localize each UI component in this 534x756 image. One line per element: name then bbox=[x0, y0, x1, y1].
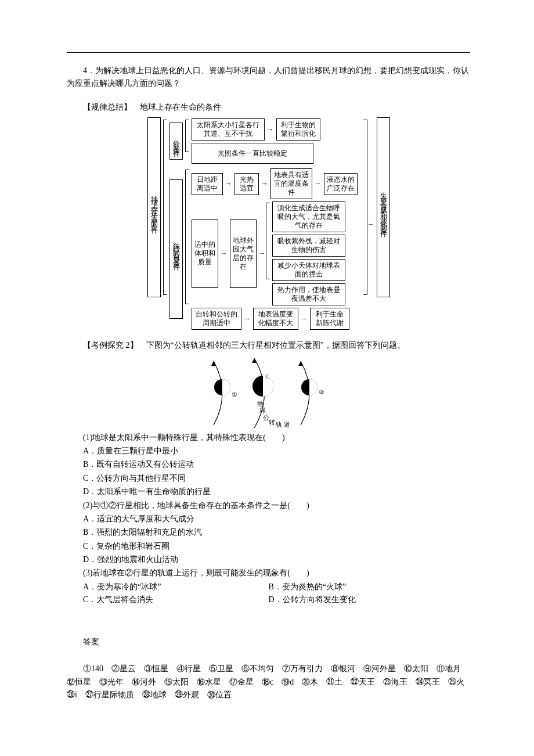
diagram-s1c: 地表具有适宜的温度条件 bbox=[270, 168, 312, 199]
q1-A: A．质量在三颗行星中最小 bbox=[67, 445, 470, 458]
arrow-icon: → bbox=[259, 249, 266, 258]
diagram-s3b: 地表温度变化幅度不大 bbox=[253, 308, 298, 330]
q3-stem: (3)若地球在②行星的轨道上运行，则最可能发生的现象有( ) bbox=[67, 567, 470, 579]
q1-stem: (1)地球是太阳系中一颗特殊行星，其特殊性表现在( ) bbox=[67, 431, 470, 444]
arrow-icon: → bbox=[367, 220, 374, 229]
arrow-icon: → bbox=[315, 179, 322, 188]
planet-figure: ① ☾ ② 地 球 公 转 轨 道 bbox=[67, 358, 470, 428]
diagram-ext2: 光照条件一直比较稳定 bbox=[192, 143, 313, 164]
diagram-s2a: 适中的体积和质量 bbox=[192, 219, 218, 288]
diagram-right: 生命发育成长和演化的条件 bbox=[379, 186, 388, 228]
q2-A: A．适宜的大气厚度和大气成分 bbox=[67, 513, 470, 525]
conditions-diagram: 地球上存在生命的条件 外部条件 太阳系大小行星各行其道、互不干扰 → 利于生物的… bbox=[67, 117, 470, 331]
fig-earth-label: 地 bbox=[257, 400, 264, 407]
rule-summary-heading: 【规律总结】 地球上存在生命的条件 bbox=[67, 101, 470, 114]
svg-text:☾: ☾ bbox=[265, 373, 271, 380]
arrow-icon: → bbox=[225, 179, 232, 188]
diagram-s1d: 液态水的广泛存在 bbox=[324, 173, 358, 195]
fig-label-2: ② bbox=[319, 388, 324, 395]
diagram-ext1r: 利于生物的繁衍和演化 bbox=[276, 118, 320, 141]
diagram-s2c3: 减少小天体对地球表面的撞击 bbox=[272, 259, 345, 281]
diagram-s2c1: 演化生成适合生物呼吸的大气，尤其是氧气的存在 bbox=[272, 201, 345, 232]
diagram-s2c4: 热力作用，使地表昼夜温差不大 bbox=[272, 283, 345, 305]
q2-C: C．复杂的地形和岩石圈 bbox=[67, 540, 470, 553]
q3-B: B．变为炎热的“火球” bbox=[269, 581, 471, 593]
diagram-s3c: 利于生命新陈代谢 bbox=[310, 308, 349, 330]
document-page: 4．为解决地球上日益恶化的人口、资源与环境问题，人们曾提出移民月球的幻想，要把幻… bbox=[0, 0, 534, 756]
q3-A: A．变为寒冷的“冰球” bbox=[67, 581, 269, 593]
diagram-s1a: 日地距离适中 bbox=[192, 173, 223, 195]
svg-text:转: 转 bbox=[269, 419, 275, 426]
q1-D: D．太阳系中唯一有生命物质的行星 bbox=[67, 485, 470, 498]
q3-D: D．公转方向将发生变化 bbox=[269, 593, 471, 606]
answers-line1: ①140 ②星云 ③恒星 ④行星 ⑤卫星 ⑥不均匀 ⑦万有引力 ⑧银河 ⑨河外星… bbox=[67, 663, 470, 701]
svg-marker-0 bbox=[211, 361, 216, 366]
q3-row1: A．变为寒冷的“冰球” B．变为炎热的“火球” bbox=[67, 581, 470, 593]
q2-B: B．强烈的太阳辐射和充足的水汽 bbox=[67, 526, 470, 539]
q4-label: 4． bbox=[83, 66, 95, 75]
arrow-icon: → bbox=[301, 315, 308, 323]
diagram-external-label: 外部条件 bbox=[172, 134, 181, 148]
rule-summary-label: 【规律总结】 bbox=[83, 103, 132, 111]
q3-C: C．大气层将会消失 bbox=[67, 593, 269, 606]
svg-text:道: 道 bbox=[284, 421, 290, 428]
svg-marker-2 bbox=[298, 361, 303, 366]
arrow-icon: → bbox=[244, 315, 251, 323]
rule-summary-title: 地球上存在生命的条件 bbox=[140, 103, 221, 111]
svg-text:球: 球 bbox=[259, 407, 266, 414]
answers-section: 答案 ①140 ②星云 ③恒星 ④行星 ⑤卫星 ⑥不均匀 ⑦万有引力 ⑧银河 ⑨… bbox=[67, 636, 470, 702]
diagram-s3a: 自转和公转的周期适中 bbox=[192, 308, 241, 330]
question-4: 4．为解决地球上日益恶化的人口、资源与环境问题，人们曾提出移民月球的幻想，要把幻… bbox=[67, 64, 470, 91]
arrow-icon: → bbox=[267, 125, 274, 134]
diagram-s1b: 光热适宜 bbox=[234, 173, 259, 195]
q2-stem: (2)与①②行星相比，地球具备生命存在的基本条件之一是( ) bbox=[67, 499, 470, 512]
arrow-icon: → bbox=[221, 249, 228, 258]
answers-title: 答案 bbox=[67, 636, 470, 649]
example-2-label: 【考例探究 2】 bbox=[83, 341, 138, 350]
example-2-intro: 【考例探究 2】 下图为“公转轨道相邻的三大行星相对位置示意图”，据图回答下列问… bbox=[67, 339, 470, 352]
q4-text: 为解决地球上日益恶化的人口、资源与环境问题，人们曾提出移民月球的幻想，要把幻想变… bbox=[67, 66, 469, 88]
arrow-icon: → bbox=[261, 179, 268, 188]
q2-D: D．强烈的地震和火山活动 bbox=[67, 553, 470, 566]
q1-C: C．公转方向与其他行星不同 bbox=[67, 472, 470, 485]
svg-text:轨: 轨 bbox=[276, 421, 282, 428]
top-rule bbox=[67, 52, 470, 53]
q1-B: B．既有自转运动又有公转运动 bbox=[67, 458, 470, 471]
diagram-main: 地球上存在生命的条件 bbox=[150, 190, 158, 225]
q3-row2: C．大气层将会消失 D．公转方向将发生变化 bbox=[67, 593, 470, 606]
example-2-text: 下图为“公转轨道相邻的三大行星相对位置示意图”，据图回答下列问题。 bbox=[146, 341, 405, 350]
diagram-self-label: 独特的自身条件 bbox=[172, 237, 181, 261]
diagram-s2b: 地球外围大气层的存在 bbox=[230, 219, 257, 288]
diagram-ext1: 太阳系大小行星各行其道、互不干扰 bbox=[192, 118, 265, 141]
fig-label-1: ① bbox=[232, 391, 237, 398]
diagram-s2c2: 吸收紫外线，减轻对生物的伤害 bbox=[272, 235, 345, 257]
